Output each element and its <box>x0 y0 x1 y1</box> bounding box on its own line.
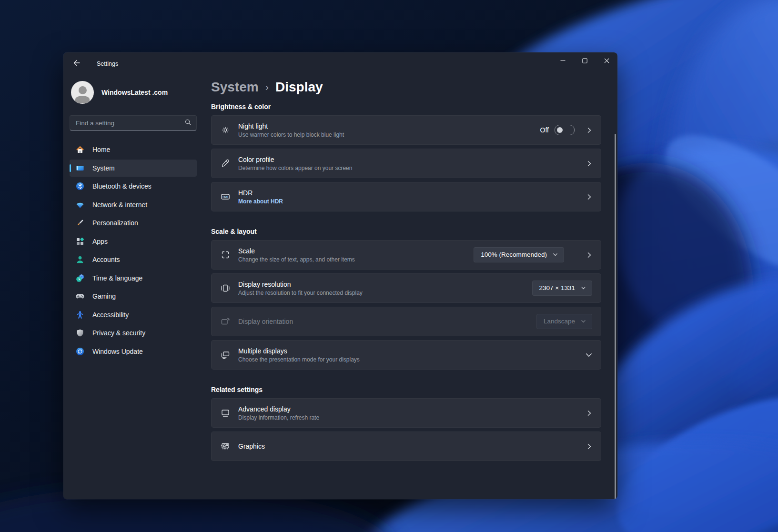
caption-buttons <box>552 52 617 69</box>
setting-title: Display orientation <box>238 318 293 325</box>
setting-description: Adjust the resolution to fit your connec… <box>238 290 363 296</box>
accounts-icon <box>75 255 85 264</box>
night-light-toggle-label: Off <box>540 126 549 134</box>
sidebar-item-privacy-security[interactable]: Privacy & security <box>70 324 197 341</box>
scale-icon <box>220 250 231 260</box>
sidebar-item-accounts[interactable]: Accounts <box>70 251 197 268</box>
setting-row-advanced-display[interactable]: Advanced display Display information, re… <box>211 398 601 428</box>
setting-row-multiple-displays[interactable]: Multiple displays Choose the presentatio… <box>211 340 601 370</box>
multiple-displays-icon <box>220 350 231 360</box>
sidebar-item-label: Windows Update <box>92 348 143 355</box>
setting-title: Graphics <box>238 442 265 450</box>
sidebar-item-bluetooth-devices[interactable]: Bluetooth & devices <box>70 178 197 195</box>
dropdown-value: 100% (Recommended) <box>481 251 547 258</box>
bluetooth-icon <box>75 181 85 191</box>
setting-title: Multiple displays <box>238 347 360 355</box>
more-about-hdr-link[interactable]: More about HDR <box>238 198 283 205</box>
setting-title: HDR <box>238 189 283 197</box>
sidebar-item-label: System <box>92 164 115 172</box>
breadcrumb-system[interactable]: System <box>211 80 259 95</box>
chevron-right-icon <box>586 127 592 133</box>
sidebar-item-label: Gaming <box>92 292 116 300</box>
sidebar-item-label: Apps <box>92 238 108 245</box>
sidebar-item-apps[interactable]: Apps <box>70 233 197 250</box>
setting-description: Use warmer colors to help block blue lig… <box>238 131 344 138</box>
page-title: Display <box>275 80 323 95</box>
user-profile[interactable]: WindowsLatest .com <box>71 81 197 104</box>
maximize-icon <box>582 58 587 63</box>
svg-text:HDR: HDR <box>222 195 228 198</box>
sidebar-item-accessibility[interactable]: Accessibility <box>70 306 197 323</box>
chevron-down-icon <box>581 319 586 324</box>
setting-description: Determine how colors appear on your scre… <box>238 165 352 171</box>
close-button[interactable] <box>596 52 617 69</box>
search-box[interactable] <box>70 115 197 130</box>
chevron-down-icon <box>581 285 586 291</box>
setting-title: Color profile <box>238 156 352 163</box>
privacy-security-icon <box>75 328 85 338</box>
section-header-scale-layout: Scale & layout <box>211 228 601 235</box>
setting-title: Scale <box>238 247 355 255</box>
sidebar-item-home[interactable]: Home <box>70 141 197 158</box>
hdr-icon: HDR <box>220 191 231 202</box>
maximize-button[interactable] <box>574 52 596 69</box>
sidebar-item-system[interactable]: System <box>70 160 197 177</box>
scale-dropdown[interactable]: 100% (Recommended) <box>474 247 564 262</box>
night-light-toggle[interactable] <box>555 125 575 135</box>
display-resolution-icon <box>220 283 231 293</box>
chevron-down-icon[interactable] <box>586 351 592 358</box>
sidebar-item-label: Personalization <box>92 219 138 227</box>
breadcrumb-chevron-icon: › <box>265 81 269 94</box>
user-name: WindowsLatest .com <box>101 89 168 96</box>
minimize-button[interactable] <box>552 52 574 69</box>
scrollbar[interactable] <box>615 134 616 499</box>
chevron-right-icon <box>586 161 592 167</box>
setting-row-color-profile[interactable]: Color profile Determine how colors appea… <box>211 149 601 178</box>
breadcrumb: System › Display <box>211 80 601 95</box>
accessibility-icon <box>75 310 85 320</box>
chevron-right-icon <box>586 194 592 200</box>
section-header-related-settings: Related settings <box>211 386 601 393</box>
setting-row-display-resolution[interactable]: Display resolution Adjust the resolution… <box>211 273 601 303</box>
back-arrow-icon <box>73 59 81 69</box>
setting-row-hdr[interactable]: HDR HDR More about HDR <box>211 182 601 211</box>
avatar <box>71 81 94 104</box>
sidebar-item-label: Home <box>92 146 110 153</box>
gaming-icon <box>75 291 85 301</box>
time-language-icon <box>75 273 85 283</box>
sidebar-item-label: Network & internet <box>92 201 147 209</box>
chevron-right-icon <box>586 410 592 416</box>
windows-update-icon <box>75 347 85 356</box>
sidebar-item-gaming[interactable]: Gaming <box>70 288 197 305</box>
window-title: Settings <box>97 60 118 67</box>
display-resolution-dropdown[interactable]: 2307 × 1331 <box>532 281 592 296</box>
setting-row-scale[interactable]: Scale Change the size of text, apps, and… <box>211 240 601 270</box>
content-pane: System › Display Brightness & color Nigh… <box>211 75 617 499</box>
sidebar-item-label: Time & language <box>92 274 142 282</box>
sidebar-item-personalization[interactable]: Personalization <box>70 214 197 231</box>
setting-row-graphics[interactable]: Graphics <box>211 432 601 461</box>
setting-title: Night light <box>238 122 344 130</box>
sidebar-item-windows-update[interactable]: Windows Update <box>70 343 197 360</box>
setting-title: Display resolution <box>238 281 363 288</box>
apps-icon <box>75 237 85 246</box>
dropdown-value: Landscape <box>544 318 575 325</box>
back-button[interactable] <box>69 57 84 71</box>
advanced-display-icon <box>220 408 231 418</box>
search-icon <box>184 119 192 128</box>
setting-description: Choose the presentation mode for your di… <box>238 356 360 363</box>
sidebar-item-label: Privacy & security <box>92 329 145 337</box>
search-input[interactable] <box>72 120 184 127</box>
night-light-icon <box>220 125 231 135</box>
setting-description: Change the size of text, apps, and other… <box>238 256 355 263</box>
sidebar-item-time-language[interactable]: Time & language <box>70 270 197 287</box>
sidebar-item-network-internet[interactable]: Network & internet <box>70 196 197 213</box>
setting-title: Advanced display <box>238 405 319 413</box>
display-orientation-dropdown: Landscape <box>536 314 592 329</box>
toggle-knob <box>557 127 563 133</box>
setting-row-night-light[interactable]: Night light Use warmer colors to help bl… <box>211 115 601 145</box>
sidebar-item-label: Bluetooth & devices <box>92 182 152 190</box>
settings-window: Settings WindowsLatest .com <box>63 52 617 499</box>
minimize-icon <box>560 58 566 63</box>
chevron-down-icon <box>553 252 558 257</box>
